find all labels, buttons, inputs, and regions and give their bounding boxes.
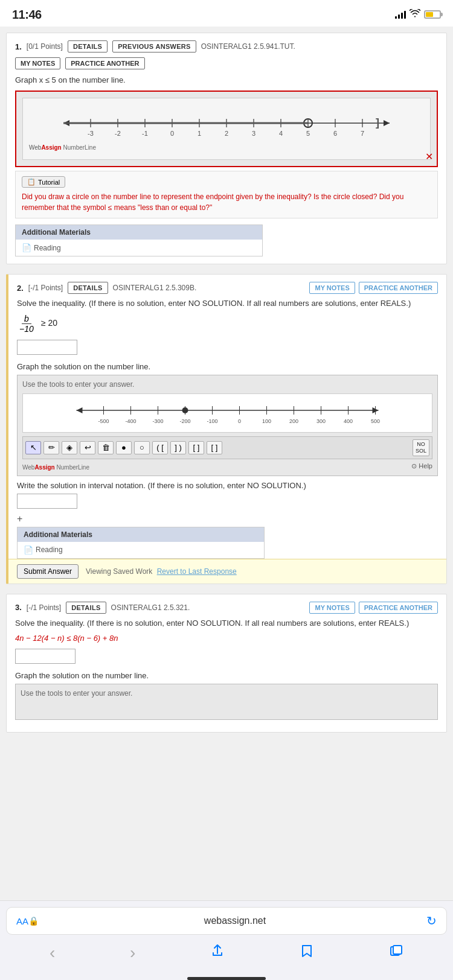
aa-button[interactable]: AA — [16, 916, 28, 926]
tool-trash[interactable]: 🗑 — [98, 441, 114, 454]
q2-revert-link[interactable]: Revert to Last Response — [157, 567, 237, 576]
tool-undo[interactable]: ↩ — [80, 441, 95, 454]
q2-graph-label: Graph the solution on the number line. — [17, 362, 438, 371]
battery-icon — [424, 10, 441, 19]
wifi-icon — [410, 9, 420, 20]
q2-denominator: −10 — [17, 324, 36, 334]
q3-graph-label: Graph the solution on the number line. — [15, 671, 438, 680]
q2-submit-button[interactable]: Submit Answer — [17, 564, 79, 579]
q1-practice-another-button[interactable]: PRACTICE ANOTHER — [65, 57, 144, 69]
q1-tutorial-button[interactable]: 📋 Tutorial — [22, 176, 65, 188]
svg-text:-400: -400 — [125, 418, 136, 424]
tool-select[interactable]: ↖ — [25, 441, 41, 454]
tool-left-bracket[interactable]: [ ] — [188, 441, 204, 454]
q2-answer-input[interactable] — [17, 340, 77, 355]
q1-close-icon[interactable]: ✕ — [425, 151, 433, 162]
svg-text:-300: -300 — [152, 418, 163, 424]
q1-webassign-label: WebAssign NumberLine — [29, 144, 424, 151]
tool-pencil[interactable]: ✏ — [43, 441, 59, 454]
q1-points: [0/1 Points] — [27, 42, 63, 51]
q3-practice-another-button[interactable]: PRACTICE ANOTHER — [359, 602, 438, 614]
tool-closed-circle[interactable]: ● — [116, 441, 132, 454]
q2-interval-label: Write the solution in interval notation.… — [17, 481, 438, 490]
q2-add-mat-header: Additional Materials — [18, 527, 264, 542]
q2-number: 2. — [17, 284, 24, 293]
browser-bar: AA 🔒 webassign.net ↻ ‹ › — [0, 900, 453, 980]
q1-tutorial-text: Did you draw a circle on the number line… — [22, 191, 431, 213]
q2-help-link[interactable]: ⊙ Help — [411, 462, 432, 470]
home-indicator — [187, 977, 266, 980]
q1-question-text: Graph x ≤ 5 on the number line. — [15, 75, 438, 84]
q2-numerator: b — [22, 314, 31, 324]
q2-points: [-/1 Points] — [28, 284, 63, 292]
question-1: 1. [0/1 Points] DETAILS PREVIOUS ANSWERS… — [6, 33, 447, 264]
q2-course-code: OSINTERALG1 2.5.309B. — [113, 284, 197, 292]
q2-reading-link[interactable]: 📄 Reading — [24, 546, 258, 555]
q3-details-button[interactable]: DETAILS — [66, 602, 106, 614]
q1-prev-answers-button[interactable]: PREVIOUS ANSWERS — [112, 40, 196, 52]
svg-text:-500: -500 — [98, 418, 109, 424]
q2-math: b −10 ≥ 20 — [17, 314, 438, 334]
q1-reading-link[interactable]: 📄 Reading — [22, 243, 256, 252]
q3-right-buttons: MY NOTES PRACTICE ANOTHER — [309, 602, 438, 614]
q3-question-text: Solve the inequality. (If there is no so… — [15, 619, 438, 628]
q1-action-row: MY NOTES PRACTICE ANOTHER — [15, 57, 438, 69]
q2-numberline-draw-area[interactable]: -500 -400 -300 -200 -100 0 100 200 — [22, 393, 432, 433]
svg-text:500: 500 — [371, 418, 380, 424]
signal-icon — [395, 10, 406, 19]
svg-rect-55 — [393, 946, 402, 954]
svg-text:7: 7 — [361, 130, 364, 137]
question-3: 3. [-/1 Points] DETAILS OSINTERALG1 2.5.… — [6, 594, 447, 733]
nosol-button[interactable]: NOSOL — [413, 439, 429, 456]
q2-fraction: b −10 — [17, 314, 36, 334]
q3-math: 4n − 12(4 − n) ≤ 8(n − 6) + 8n — [15, 634, 438, 643]
q2-additional-materials: Additional Materials 📄 Reading — [17, 527, 265, 559]
svg-text:5: 5 — [306, 130, 310, 137]
q1-add-mat-body: 📄 Reading — [16, 240, 262, 256]
svg-text:-3: -3 — [88, 130, 94, 137]
q3-header: 3. [-/1 Points] DETAILS OSINTERALG1 2.5.… — [15, 602, 438, 614]
share-button[interactable] — [210, 944, 225, 962]
q1-header: 1. [0/1 Points] DETAILS PREVIOUS ANSWERS… — [15, 40, 438, 52]
status-time: 11:46 — [12, 8, 42, 22]
tabs-button[interactable] — [389, 944, 403, 962]
svg-text:1: 1 — [198, 130, 201, 137]
refresh-icon[interactable]: ↻ — [426, 914, 437, 928]
q3-answer-input[interactable] — [15, 649, 76, 664]
svg-text:-100: -100 — [207, 418, 217, 424]
svg-text:300: 300 — [316, 418, 326, 424]
url-display[interactable]: 🔒 webassign.net — [28, 915, 426, 926]
q1-details-button[interactable]: DETAILS — [68, 40, 108, 52]
q2-practice-another-button[interactable]: PRACTICE ANOTHER — [359, 282, 438, 294]
q2-plus: + — [17, 514, 438, 524]
forward-button[interactable]: › — [130, 943, 135, 962]
svg-text:-200: -200 — [179, 418, 190, 424]
tool-open-circle[interactable]: ○ — [134, 441, 150, 454]
svg-text:400: 400 — [344, 418, 353, 424]
q3-my-notes-button[interactable]: MY NOTES — [309, 602, 355, 614]
svg-text:-1: -1 — [142, 130, 148, 137]
q2-saved-text: Viewing Saved Work Revert to Last Respon… — [86, 567, 237, 576]
q2-my-notes-button[interactable]: MY NOTES — [309, 282, 355, 294]
svg-text:0: 0 — [170, 130, 174, 137]
q2-question-text: Solve the inequality. (If there is no so… — [17, 299, 438, 308]
tool-paint[interactable]: ◈ — [62, 441, 77, 454]
svg-text:200: 200 — [289, 418, 298, 424]
tool-right-bracket-open[interactable]: ] ) — [170, 441, 186, 454]
q2-webassign-label: WebAssign NumberLine — [22, 464, 89, 471]
q3-course-code: OSINTERALG1 2.5.321. — [111, 603, 190, 612]
back-button[interactable]: ‹ — [50, 943, 55, 962]
q2-inequality-sign: ≥ 20 — [41, 318, 57, 328]
q2-details-button[interactable]: DETAILS — [68, 282, 108, 294]
q1-my-notes-button[interactable]: MY NOTES — [15, 57, 60, 69]
q1-tutorial-box: 📋 Tutorial Did you draw a circle on the … — [15, 171, 438, 218]
q1-numberline-inner: -3 -2 -1 0 1 2 3 4 5 — [22, 98, 431, 160]
q2-tools-label: Use the tools to enter your answer. — [22, 380, 432, 389]
q2-interval-input[interactable] — [17, 494, 77, 509]
tool-left-bracket-open[interactable]: ( [ — [152, 441, 168, 454]
bookmarks-button[interactable] — [300, 944, 314, 962]
url-bar: AA 🔒 webassign.net ↻ — [6, 907, 447, 935]
q1-additional-materials: Additional Materials 📄 Reading — [15, 224, 263, 256]
tool-right-bracket[interactable]: [ ] — [207, 441, 222, 454]
q2-add-mat-body: 📄 Reading — [18, 542, 264, 558]
